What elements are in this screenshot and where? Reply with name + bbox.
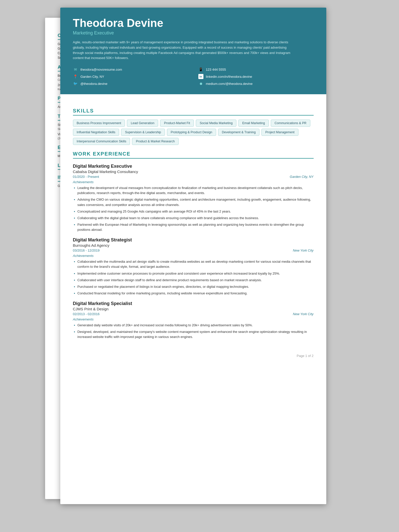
job-meta-2: 02/2013 - 02/2016 New York City — [73, 312, 314, 316]
bullets-0: Leading the development of visual messag… — [73, 185, 314, 232]
bullet-0-1: Advising the CMO on various strategic di… — [73, 197, 314, 207]
email-text: theodora@novoresume.com — [81, 68, 122, 71]
job-company-0: Cabalsa Digital Marketing Consultancy — [73, 169, 314, 174]
candidate-title: Marketing Executive — [73, 30, 314, 36]
contact-linkedin: in linkedin.com/in/theodora.devine — [198, 74, 314, 79]
bullet-0-3: Collaborating with the digital global te… — [73, 216, 314, 221]
job-company-1: Burroughs Ad Agency — [73, 243, 314, 248]
job-location-0: Garden City, NY — [290, 175, 314, 179]
skill-tag-10: Project Management — [261, 129, 298, 136]
job-meta-0: 01/2020 - Present Garden City, NY — [73, 175, 314, 179]
bullet-1-2: Collaborated with user interface design … — [73, 278, 314, 283]
location-icon: 📍 — [73, 74, 78, 79]
contact-phone: 📱 123 444 5555 — [198, 67, 314, 72]
contact-location: 📍 Garden City, NY — [73, 74, 188, 79]
twitter-icon: 🐦 — [73, 81, 78, 86]
achievements-label-1: Achievements — [73, 254, 314, 258]
skill-tag-9: Development & Training — [218, 129, 259, 136]
job-title-0: Digital Marketing Executive — [73, 164, 314, 169]
phone-text: 123 444 5555 — [206, 68, 226, 71]
contact-email: ✉ theodora@novoresume.com — [73, 67, 188, 72]
resume-body: SKILLS Business Process Improvement Lead… — [60, 94, 326, 349]
job-company-2: CJMS Print & Design — [73, 307, 314, 311]
skill-tag-3: Social Media Marketing — [196, 120, 236, 127]
linkedin-text: linkedin.com/in/theodora.devine — [206, 75, 252, 79]
skill-tag-4: Email Marketing — [238, 120, 269, 127]
achievements-label-0: Achievements — [73, 180, 314, 184]
skill-tag-12: Product & Market Research — [132, 138, 179, 145]
job-dates-2: 02/2013 - 02/2016 — [73, 312, 100, 316]
bullets-2: Generated daily website visits of 20k+ a… — [73, 323, 314, 339]
contact-twitter: 🐦 @theodora.devine — [73, 81, 188, 86]
job-location-2: New York City — [293, 312, 313, 316]
job-location-1: New York City — [293, 249, 313, 252]
bullet-1-4: Conducted financial modeling for online … — [73, 291, 314, 296]
skill-tag-8: Prototyping & Product Design — [167, 129, 216, 136]
skills-section-title: SKILLS — [73, 108, 314, 116]
bullet-0-2: Conceptualized and managing 25 Google Ad… — [73, 209, 314, 214]
bullet-0-0: Leading the development of visual messag… — [73, 185, 314, 196]
bullet-2-1: Designed, developed, and maintained the … — [73, 329, 314, 339]
medium-text: medium.com/@theodora.devine — [206, 82, 253, 86]
location-text: Garden City, NY — [81, 75, 104, 79]
resume-header: Theodora Devine Marketing Executive Agil… — [60, 8, 326, 94]
linkedin-icon: in — [198, 74, 203, 79]
contact-grid: ✉ theodora@novoresume.com 📱 123 444 5555… — [73, 67, 314, 86]
work-experience-section-title: WORK EXPERIENCE — [73, 151, 314, 159]
skill-tag-1: Lead Generation — [127, 120, 158, 127]
skill-tag-5: Communications & PR — [271, 120, 310, 127]
medium-icon: ⏺ — [198, 81, 203, 86]
bullet-1-1: Implemented online customer service proc… — [73, 271, 314, 276]
skill-tag-6: Influential Negotiation Skills — [73, 129, 119, 136]
page-main: Theodora Devine Marketing Executive Agil… — [60, 8, 326, 504]
bullets-1: Collaborated with the multimedia and art… — [73, 259, 314, 296]
bullet-1-0: Collaborated with the multimedia and art… — [73, 259, 314, 269]
phone-icon: 📱 — [198, 67, 203, 72]
skill-tag-2: Product-Market Fit — [160, 120, 194, 127]
job-meta-1: 03/2016 - 12/2019 New York City — [73, 249, 314, 252]
skill-tag-0: Business Process Improvement — [73, 120, 125, 127]
candidate-name: Theodora Devine — [73, 17, 314, 29]
skills-grid: Business Process Improvement Lead Genera… — [73, 120, 314, 145]
job-title-1: Digital Marketing Strategist — [73, 237, 314, 243]
bullet-0-4: Partnered with the European Head of Mark… — [73, 222, 314, 232]
bullet-1-3: Purchased or negotiated the placement of… — [73, 284, 314, 289]
page-number: Page 1 of 2 — [60, 349, 326, 360]
email-icon: ✉ — [73, 67, 78, 72]
contact-medium: ⏺ medium.com/@theodora.devine — [198, 81, 314, 86]
job-dates-0: 01/2020 - Present — [73, 175, 99, 179]
achievements-label-2: Achievements — [73, 317, 314, 321]
skill-tag-7: Supervision & Leadership — [121, 129, 165, 136]
twitter-text: @theodora.devine — [81, 82, 107, 86]
skill-tag-11: Interpersonal Communication Skills — [73, 138, 130, 145]
job-title-2: Digital Marketing Specialist — [73, 301, 314, 306]
page-stack: CERTIFICATIONS Goog... Goog... Camp... S… — [60, 8, 339, 504]
candidate-summary: Agile, results-oriented marketer with 9+… — [73, 40, 291, 61]
bullet-2-0: Generated daily website visits of 20k+ a… — [73, 323, 314, 328]
job-dates-1: 03/2016 - 12/2019 — [73, 249, 100, 252]
